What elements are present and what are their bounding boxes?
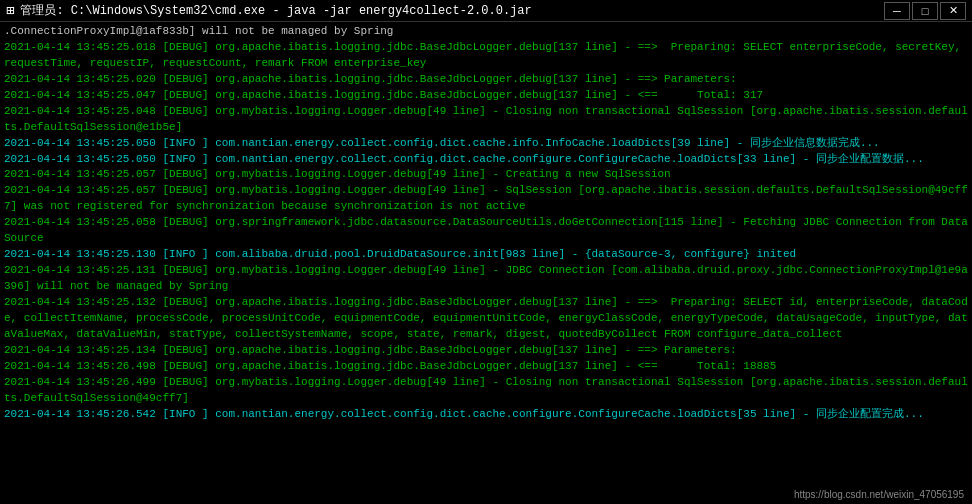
title-bar-text: 管理员: C:\Windows\System32\cmd.exe - java … — [20, 2, 884, 19]
log-line: 2021-04-14 13:45:25.050 [INFO ] com.nant… — [4, 152, 968, 168]
log-line: 2021-04-14 13:45:26.542 [INFO ] com.nant… — [4, 407, 968, 423]
minimize-button[interactable]: ─ — [884, 2, 910, 20]
maximize-button[interactable]: □ — [912, 2, 938, 20]
title-bar: ⊞ 管理员: C:\Windows\System32\cmd.exe - jav… — [0, 0, 972, 22]
log-line: 2021-04-14 13:45:25.047 [DEBUG] org.apac… — [4, 88, 968, 104]
log-line: 2021-04-14 13:45:26.499 [DEBUG] org.myba… — [4, 375, 968, 407]
log-line: 2021-04-14 13:45:25.048 [DEBUG] org.myba… — [4, 104, 968, 136]
log-line: 2021-04-14 13:45:25.131 [DEBUG] org.myba… — [4, 263, 968, 295]
watermark: https://blog.csdn.net/weixin_47056195 — [794, 489, 964, 500]
log-line: 2021-04-14 13:45:25.057 [DEBUG] org.myba… — [4, 167, 968, 183]
log-line: 2021-04-14 13:45:25.020 [DEBUG] org.apac… — [4, 72, 968, 88]
log-line: 2021-04-14 13:45:25.130 [INFO ] com.alib… — [4, 247, 968, 263]
log-line: 2021-04-14 13:45:25.057 [DEBUG] org.myba… — [4, 183, 968, 215]
close-button[interactable]: ✕ — [940, 2, 966, 20]
log-line: 2021-04-14 13:45:26.498 [DEBUG] org.apac… — [4, 359, 968, 375]
log-line: 2021-04-14 13:45:25.132 [DEBUG] org.apac… — [4, 295, 968, 343]
log-line: 2021-04-14 13:45:25.134 [DEBUG] org.apac… — [4, 343, 968, 359]
log-line: 2021-04-14 13:45:25.018 [DEBUG] org.apac… — [4, 40, 968, 72]
log-line: 2021-04-14 13:45:25.058 [DEBUG] org.spri… — [4, 215, 968, 247]
log-line: 2021-04-14 13:45:25.050 [INFO ] com.nant… — [4, 136, 968, 152]
title-bar-icon: ⊞ — [6, 2, 14, 19]
log-line: .ConnectionProxyImpl@1af833b] will not b… — [4, 24, 968, 40]
console-area: .ConnectionProxyImpl@1af833b] will not b… — [0, 22, 972, 504]
